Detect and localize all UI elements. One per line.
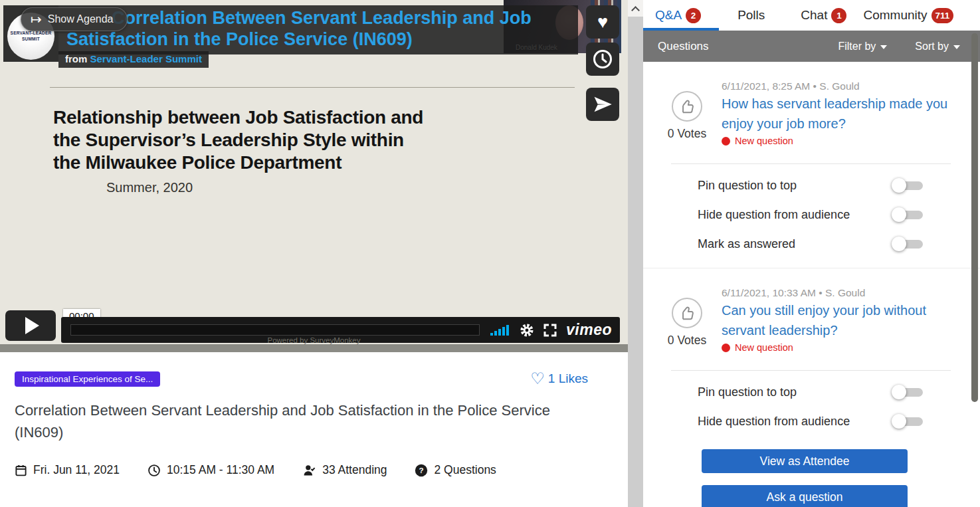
fullscreen-icon <box>543 324 557 337</box>
page-scrollbar[interactable] <box>628 0 643 507</box>
volume-bar <box>506 325 509 336</box>
pin-question-toggle[interactable] <box>892 178 923 193</box>
thumbs-up-icon <box>678 98 696 115</box>
thumbs-up-icon <box>678 304 696 322</box>
mark-answered-label: Mark as answered <box>698 237 795 251</box>
clock-outline-icon <box>147 464 161 477</box>
active-tab-indicator <box>643 28 719 31</box>
pin-question-label: Pin question to top <box>698 385 797 399</box>
pin-question-toggle[interactable] <box>892 385 923 399</box>
questions-header: Questions Filter by Sort by <box>643 31 980 62</box>
tab-polls[interactable]: Polls <box>737 8 765 23</box>
tab-chat[interactable]: Chat 1 <box>801 8 846 23</box>
upvote-button[interactable] <box>672 298 702 328</box>
question-status: New question <box>722 342 963 353</box>
chat-badge: 1 <box>831 8 846 23</box>
tab-chat-label: Chat <box>801 8 827 23</box>
panel-actions: View as Attendee Ask a question <box>643 436 980 507</box>
powered-by-label: Powered by SurveyMonkey <box>0 336 628 344</box>
svg-text:?: ? <box>419 466 424 474</box>
question-text[interactable]: Can you still enjoy your job without ser… <box>722 300 963 340</box>
summit-link[interactable]: Servant-Leader Summit <box>90 53 202 64</box>
question-count-label: 2 Questions <box>434 463 496 477</box>
agenda-arrow-icon: ↦ <box>31 13 42 26</box>
new-question-label: New question <box>735 136 793 146</box>
show-agenda-button[interactable]: ↦ Show Agenda <box>21 7 128 31</box>
likes-counter[interactable]: ♡ 1 Likes <box>530 371 588 387</box>
tab-qa-label: Q&A <box>655 8 682 23</box>
session-time-label: 10:15 AM - 11:30 AM <box>167 463 274 477</box>
sort-by-dropdown[interactable]: Sort by <box>915 41 960 52</box>
progress-bar[interactable] <box>70 324 480 336</box>
view-as-attendee-button[interactable]: View as Attendee <box>702 449 908 473</box>
new-question-dot-icon <box>722 137 730 146</box>
toggle-knob <box>892 207 906 222</box>
slide-divider <box>50 87 575 88</box>
questions-header-title: Questions <box>658 40 709 53</box>
toggle-row: Hide question from audience <box>643 407 980 436</box>
hide-question-toggle[interactable] <box>892 414 923 429</box>
toggle-row: Mark as answered <box>643 229 980 258</box>
question-circle-icon: ? <box>415 464 428 477</box>
tab-qa[interactable]: Q&A 2 <box>655 8 701 23</box>
new-question-dot-icon <box>722 344 730 352</box>
attendee-icon <box>302 464 316 477</box>
paper-plane-icon <box>593 94 613 114</box>
question-meta: 6/11/2021, 10:33 AM • S. Gould <box>722 287 963 299</box>
session-date-label: Fri. Jun 11, 2021 <box>33 463 120 477</box>
hide-question-toggle[interactable] <box>892 207 923 222</box>
session-attending: 33 Attending <box>302 463 387 477</box>
chevron-down-icon <box>953 45 960 49</box>
ask-a-question-button[interactable]: Ask a question <box>702 485 908 507</box>
volume-control[interactable] <box>490 325 509 336</box>
gear-icon <box>520 323 534 338</box>
hide-question-label: Hide question from audience <box>698 415 850 429</box>
question-item: 0 Votes 6/11/2021, 10:33 AM • S. Gould C… <box>643 268 980 370</box>
schedule-button[interactable] <box>586 43 619 76</box>
slide-title: Relationship between Job Satisfaction an… <box>53 106 423 174</box>
play-icon <box>25 317 39 334</box>
session-details: Inspirational Experiences of Se... ♡ 1 L… <box>0 352 628 477</box>
share-button[interactable] <box>586 88 619 121</box>
question-text[interactable]: How has servant leadership made you enjo… <box>722 94 963 134</box>
video-bottom-strip <box>0 344 628 352</box>
mark-answered-toggle[interactable] <box>892 237 923 251</box>
track-tag-chip[interactable]: Inspirational Experiences of Se... <box>15 371 160 387</box>
community-badge: 711 <box>931 8 954 23</box>
scroll-up-button[interactable] <box>628 0 643 17</box>
filter-by-dropdown[interactable]: Filter by <box>838 41 887 52</box>
volume-bar <box>502 327 505 336</box>
question-2-controls: Pin question to top Hide question from a… <box>643 371 980 436</box>
tab-polls-label: Polls <box>737 8 765 23</box>
upvote-button[interactable] <box>672 91 702 122</box>
volume-bar <box>490 333 493 336</box>
heart-outline-icon: ♡ <box>530 371 545 387</box>
session-meta: Fri. Jun 11, 2021 10:15 AM - 11:30 AM <box>15 463 613 477</box>
pin-question-label: Pin question to top <box>698 179 797 193</box>
toggle-knob <box>892 237 906 251</box>
sort-by-label: Sort by <box>915 41 949 52</box>
toggle-row: Pin question to top <box>643 171 980 200</box>
panel-scrollbar-thumb[interactable] <box>971 33 978 402</box>
volume-bar <box>494 331 497 336</box>
question-1-controls: Pin question to top Hide question from a… <box>643 164 980 268</box>
hide-question-label: Hide question from audience <box>698 208 850 222</box>
session-time: 10:15 AM - 11:30 AM <box>147 463 274 477</box>
vote-count: 0 Votes <box>652 127 722 141</box>
like-video-button[interactable]: ♥ <box>586 5 619 39</box>
toggle-row: Pin question to top <box>643 377 980 407</box>
clock-icon <box>592 49 613 70</box>
question-status: New question <box>722 136 963 146</box>
session-question-count: ? 2 Questions <box>415 463 496 477</box>
engagement-panel: Q&A 2 Polls Chat 1 Community 711 Questio… <box>643 0 980 507</box>
video-player[interactable]: Relationship between Job Satisfaction an… <box>0 0 628 344</box>
from-prefix: from <box>65 53 87 64</box>
fullscreen-button[interactable] <box>543 324 557 337</box>
tab-community[interactable]: Community 711 <box>863 8 953 23</box>
video-title-text: Correlation Between Servant Leadership a… <box>66 8 532 49</box>
chevron-up-icon <box>631 6 640 15</box>
slide-subtitle: Summer, 2020 <box>106 180 193 195</box>
settings-button[interactable] <box>520 323 534 338</box>
video-source-overlay: from Servant-Leader Summit <box>58 51 209 68</box>
toggle-knob <box>892 178 906 193</box>
